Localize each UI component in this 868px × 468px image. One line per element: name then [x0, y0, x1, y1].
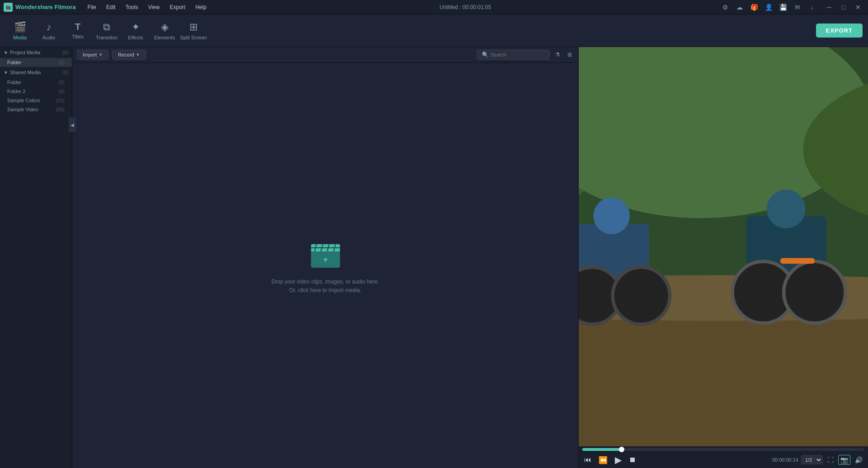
- menu-tools[interactable]: Tools: [121, 3, 142, 11]
- download-icon[interactable]: ↓: [807, 2, 817, 13]
- menu-export[interactable]: Export: [165, 3, 190, 11]
- menu-file[interactable]: File: [83, 3, 100, 11]
- tool-audio[interactable]: ♪ Audio: [34, 16, 63, 45]
- maximize-button[interactable]: □: [837, 3, 850, 12]
- record-button[interactable]: Record ▼: [112, 50, 146, 60]
- svg-point-22: [613, 267, 670, 324]
- shared-folder2-count: (0): [59, 89, 65, 94]
- import-button[interactable]: Import ▼: [77, 50, 108, 60]
- sample-colors-row[interactable]: Sample Colors (15): [0, 96, 72, 105]
- audio-label: Audio: [42, 35, 55, 40]
- main-area: ▼ Project Media (0) Folder (0) ▼ Shared …: [0, 47, 868, 468]
- prev-frame-button[interactable]: ⏮: [582, 455, 593, 465]
- rewind-button[interactable]: ⏪: [597, 455, 609, 465]
- shared-media-count: (0): [62, 70, 68, 75]
- quality-select[interactable]: 1/2 Full 1/4: [801, 455, 823, 464]
- control-right: 00:00:00:14 1/2 Full 1/4 ⛶ 📷 🔊: [772, 455, 864, 465]
- shared-folder2-row[interactable]: Folder 2 (0): [0, 87, 72, 96]
- svg-point-26: [784, 261, 845, 323]
- svg-point-20: [593, 198, 630, 234]
- progress-fill: [582, 448, 622, 451]
- gift-icon[interactable]: 🎁: [749, 2, 760, 13]
- search-icon: 🔍: [482, 52, 489, 58]
- preview-panel: ⏮ ⏪ ▶ ⏹ 00:00:00:14 1/2 Full 1/4 ⛶ 📷 🔊: [579, 47, 868, 468]
- elements-label: Elements: [154, 35, 175, 40]
- shared-folder-label: Folder: [7, 80, 21, 85]
- play-button[interactable]: ▶: [613, 454, 623, 466]
- settings-icon[interactable]: ⚙: [720, 2, 731, 13]
- app-name: Wondershare Filmora: [15, 4, 75, 10]
- drop-instructions: Drop your video clips, images, or audio …: [271, 278, 379, 295]
- save-icon[interactable]: 💾: [778, 2, 788, 13]
- folder-row[interactable]: Folder (0): [0, 58, 72, 67]
- project-media-label: Project Media: [10, 50, 62, 55]
- shared-media-section: ▼ Shared Media (0) Folder (0) Folder 2 (…: [0, 67, 72, 96]
- preview-video: [579, 47, 868, 446]
- menu-edit[interactable]: Edit: [102, 3, 120, 11]
- effects-icon: ✦: [132, 21, 140, 33]
- drop-line1: Drop your video clips, images, or audio …: [271, 278, 379, 286]
- progress-thumb: [619, 447, 624, 452]
- media-label: Media: [13, 35, 27, 40]
- shared-folder2-label: Folder 2: [7, 89, 25, 94]
- tool-transition[interactable]: ⧉ Transition: [92, 16, 121, 45]
- snapshot-button[interactable]: 📷: [838, 455, 850, 465]
- search-input[interactable]: [491, 52, 545, 57]
- panel-collapse-button[interactable]: ◀: [69, 118, 72, 132]
- user-icon[interactable]: 👤: [763, 2, 774, 13]
- grid-icon[interactable]: ⊞: [566, 52, 574, 58]
- tool-titles[interactable]: T Titles: [63, 16, 92, 45]
- stop-button[interactable]: ⏹: [627, 455, 638, 465]
- window-controls: ─ □ ✕: [823, 3, 864, 12]
- project-media-header[interactable]: ▼ Project Media (0): [0, 47, 72, 58]
- titlebar: 🎬 Wondershare Filmora File Edit Tools Vi…: [0, 0, 868, 14]
- split-screen-icon: ⊞: [189, 21, 198, 33]
- elements-icon: ◈: [161, 21, 169, 33]
- media-drop-zone[interactable]: + Drop your video clips, images, or audi…: [72, 63, 578, 468]
- video-frame: [579, 47, 868, 446]
- search-bar: 🔍: [477, 50, 550, 60]
- titles-label: Titles: [72, 34, 84, 39]
- titlebar-icons: ⚙ ☁ 🎁 👤 💾 ✉ ↓: [720, 2, 817, 13]
- tool-elements[interactable]: ◈ Elements: [150, 16, 179, 45]
- message-icon[interactable]: ✉: [792, 2, 803, 13]
- sample-colors-count: (15): [56, 98, 65, 103]
- transition-label: Transition: [96, 35, 118, 40]
- close-button[interactable]: ✕: [852, 3, 864, 12]
- sample-video-label: Sample Video: [7, 107, 38, 112]
- folder-label: Folder: [7, 60, 21, 65]
- export-button[interactable]: EXPORT: [816, 24, 863, 38]
- shared-media-label: Shared Media: [10, 70, 62, 75]
- time-display: 00:00:00:14: [772, 457, 798, 463]
- import-label: Import: [83, 52, 97, 57]
- tool-media[interactable]: 🎬 Media: [5, 16, 34, 45]
- preview-controls: ⏮ ⏪ ▶ ⏹ 00:00:00:14 1/2 Full 1/4 ⛶ 📷 🔊: [579, 446, 868, 468]
- clapper-icon: +: [307, 236, 344, 272]
- folder-count: (0): [59, 60, 65, 65]
- progress-bar[interactable]: [582, 448, 864, 451]
- drop-line2: Or, click here to import media.: [271, 286, 379, 295]
- menu-view[interactable]: View: [143, 3, 164, 11]
- media-panel: Import ▼ Record ▼ 🔍 ⚗ ⊞: [72, 47, 579, 468]
- tool-split-screen[interactable]: ⊞ Split Screen: [179, 16, 208, 45]
- minimize-button[interactable]: ─: [823, 3, 835, 12]
- shared-folder-row[interactable]: Folder (0): [0, 78, 72, 87]
- project-media-count: (0): [62, 50, 68, 55]
- cloud-icon[interactable]: ☁: [734, 2, 745, 13]
- sample-colors-label: Sample Colors: [7, 98, 40, 103]
- tool-effects[interactable]: ✦ Effects: [121, 16, 150, 45]
- fullscreen-button[interactable]: ⛶: [826, 455, 835, 464]
- project-media-section: ▼ Project Media (0) Folder (0): [0, 47, 72, 67]
- sample-video-count: (20): [56, 107, 65, 112]
- shared-media-header[interactable]: ▼ Shared Media (0): [0, 67, 72, 78]
- volume-button[interactable]: 🔊: [853, 455, 864, 464]
- transition-icon: ⧉: [103, 21, 110, 33]
- titles-icon: T: [75, 22, 80, 32]
- shared-media-arrow: ▼: [4, 70, 8, 75]
- toolbar: 🎬 Media ♪ Audio T Titles ⧉ Transition ✦ …: [0, 14, 868, 47]
- left-panel: ▼ Project Media (0) Folder (0) ▼ Shared …: [0, 47, 72, 468]
- filter-icon[interactable]: ⚗: [553, 52, 562, 58]
- window-title: Untitled : 00:00:01:05: [211, 4, 720, 10]
- menu-help[interactable]: Help: [191, 3, 211, 11]
- sample-video-row[interactable]: Sample Video (20): [0, 105, 72, 114]
